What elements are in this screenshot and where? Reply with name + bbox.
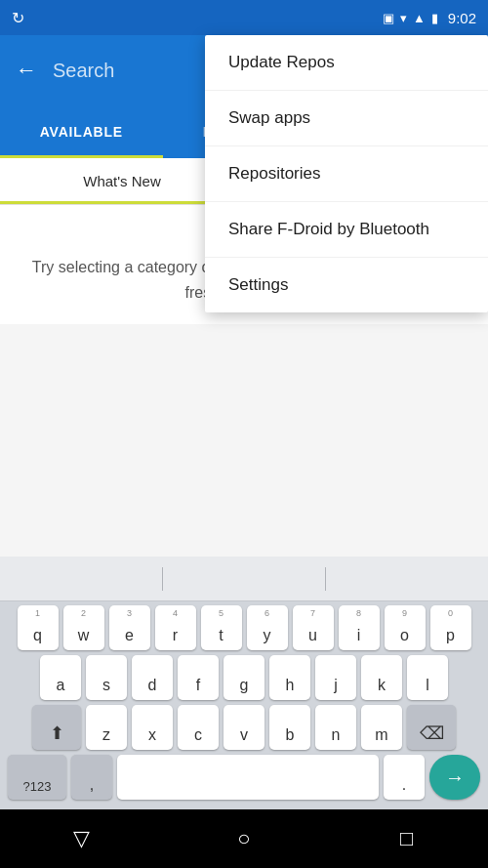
keyboard: 1q 2w 3e 4r 5t 6y 7u 8i 9o 0p a s d f g … bbox=[0, 557, 488, 809]
key-v[interactable]: v bbox=[224, 705, 264, 750]
status-bar: ↻ ▣ ▾ ▲ ▮ 9:02 bbox=[0, 0, 488, 35]
nav-back-button[interactable]: ▽ bbox=[52, 809, 110, 868]
status-time: 9:02 bbox=[448, 10, 476, 26]
key-x[interactable]: x bbox=[132, 705, 173, 750]
dropdown-menu: Update Repos Swap apps Repositories Shar… bbox=[205, 35, 488, 312]
menu-item-swap-apps[interactable]: Swap apps bbox=[205, 91, 488, 146]
refresh-icon: ↻ bbox=[12, 9, 24, 27]
menu-item-update-repos[interactable]: Update Repos bbox=[205, 35, 488, 91]
menu-item-share-fdroid[interactable]: Share F-Droid by Bluetooth bbox=[205, 202, 488, 258]
nav-home-button[interactable]: ○ bbox=[215, 809, 273, 868]
num-toggle-key[interactable]: ?123 bbox=[8, 755, 66, 800]
suggestion-2[interactable] bbox=[163, 571, 325, 587]
key-c[interactable]: c bbox=[178, 705, 219, 750]
back-button[interactable]: ← bbox=[16, 58, 37, 83]
key-p[interactable]: 0p bbox=[430, 605, 471, 650]
key-o[interactable]: 9o bbox=[385, 605, 426, 650]
key-row-1: 1q 2w 3e 4r 5t 6y 7u 8i 9o 0p bbox=[2, 605, 486, 650]
space-key[interactable] bbox=[117, 755, 379, 800]
suggestion-3[interactable] bbox=[326, 571, 488, 587]
key-row-3: ⬆ z x c v b n m ⌫ bbox=[2, 705, 486, 750]
key-f[interactable]: f bbox=[178, 655, 219, 700]
battery-icon: ▮ bbox=[431, 11, 438, 25]
menu-item-repositories[interactable]: Repositories bbox=[205, 146, 488, 202]
tab-available[interactable]: AVAILABLE bbox=[0, 105, 163, 158]
suggestion-1[interactable] bbox=[0, 571, 162, 587]
key-w[interactable]: 2w bbox=[63, 605, 104, 650]
key-r[interactable]: 4r bbox=[155, 605, 196, 650]
search-label: Search bbox=[53, 60, 114, 82]
key-h[interactable]: h bbox=[269, 655, 310, 700]
key-row-2: a s d f g h j k l bbox=[2, 655, 486, 700]
enter-key[interactable]: → bbox=[429, 755, 480, 800]
wifi-icon: ▾ bbox=[400, 11, 407, 25]
key-k[interactable]: k bbox=[361, 655, 402, 700]
key-y[interactable]: 6y bbox=[247, 605, 288, 650]
key-n[interactable]: n bbox=[315, 705, 356, 750]
menu-item-settings[interactable]: Settings bbox=[205, 258, 488, 312]
signal-icon: ▲ bbox=[413, 11, 426, 25]
nav-recent-button[interactable]: □ bbox=[378, 809, 436, 868]
key-e[interactable]: 3e bbox=[109, 605, 150, 650]
vibrate-icon: ▣ bbox=[383, 11, 394, 25]
keyboard-rows: 1q 2w 3e 4r 5t 6y 7u 8i 9o 0p a s d f g … bbox=[0, 601, 488, 809]
comma-key[interactable]: , bbox=[71, 755, 112, 800]
key-row-bottom: ?123 , . → bbox=[2, 755, 486, 806]
key-q[interactable]: 1q bbox=[18, 605, 59, 650]
backspace-key[interactable]: ⌫ bbox=[407, 705, 456, 750]
key-m[interactable]: m bbox=[361, 705, 402, 750]
key-d[interactable]: d bbox=[132, 655, 173, 700]
key-u[interactable]: 7u bbox=[293, 605, 334, 650]
key-i[interactable]: 8i bbox=[339, 605, 380, 650]
keyboard-suggestions bbox=[0, 557, 488, 601]
key-s[interactable]: s bbox=[86, 655, 127, 700]
key-a[interactable]: a bbox=[40, 655, 81, 700]
key-l[interactable]: l bbox=[407, 655, 448, 700]
key-b[interactable]: b bbox=[269, 705, 310, 750]
nav-bar: ▽ ○ □ bbox=[0, 809, 488, 868]
key-j[interactable]: j bbox=[315, 655, 356, 700]
key-t[interactable]: 5t bbox=[201, 605, 242, 650]
key-g[interactable]: g bbox=[224, 655, 264, 700]
shift-key[interactable]: ⬆ bbox=[32, 705, 81, 750]
key-z[interactable]: z bbox=[86, 705, 127, 750]
period-key[interactable]: . bbox=[384, 755, 425, 800]
